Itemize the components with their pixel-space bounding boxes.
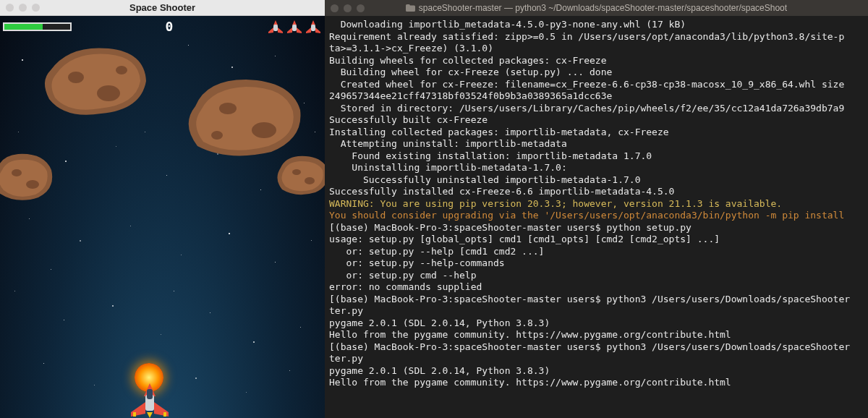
terminal-line: Created wheel for cx-Freeze: filename=cx… <box>329 79 864 91</box>
terminal-line: or: setup.py cmd --help <box>329 270 864 282</box>
meteor <box>36 41 152 121</box>
terminal-output[interactable]: Downloading importlib_metadata-4.5.0-py3… <box>325 16 868 418</box>
zoom-icon[interactable] <box>32 4 40 12</box>
player-ship[interactable] <box>127 382 173 418</box>
traffic-lights <box>6 4 40 12</box>
folder-icon <box>406 4 415 12</box>
terminal-line: Found existing installation: importlib-m… <box>329 150 864 163</box>
terminal-titlebar[interactable]: spaceShooter-master — python3 ~/Download… <box>325 0 868 16</box>
svg-marker-10 <box>306 27 311 33</box>
svg-marker-4 <box>292 20 297 25</box>
game-window-title: Space Shooter <box>0 2 325 13</box>
meteor <box>0 150 58 204</box>
terminal-line: 249657344ee21cff47318bf03524f0b9b3a03893… <box>329 90 864 103</box>
terminal-line: Successfully installed cx-Freeze-6.6 imp… <box>329 186 864 198</box>
terminal-line: ter.py <box>329 353 864 365</box>
terminal-line: [(base) MacBook-Pro-3:spaceShooter-maste… <box>329 341 864 354</box>
terminal-window: spaceShooter-master — python3 ~/Download… <box>325 0 868 418</box>
traffic-lights <box>331 4 365 12</box>
terminal-line: or: setup.py --help-commands <box>329 257 864 270</box>
health-bar-fill <box>4 24 43 30</box>
svg-marker-27 <box>147 412 153 418</box>
terminal-line: [(base) MacBook-Pro-3:spaceShooter-maste… <box>329 294 864 306</box>
svg-point-16 <box>252 122 276 138</box>
close-icon[interactable] <box>331 4 339 12</box>
terminal-line: pygame 2.0.1 (SDL 2.0.14, Python 3.8.3) <box>329 365 864 378</box>
hud: 0 <box>3 19 322 34</box>
meteor <box>273 153 325 197</box>
svg-marker-11 <box>315 27 320 33</box>
terminal-line: Uninstalling importlib-metadata-1.7.0: <box>329 162 864 174</box>
lives-display <box>267 20 322 34</box>
life-icon <box>286 20 303 34</box>
zoom-icon[interactable] <box>357 4 365 12</box>
terminal-line: ta>=3.1.1->cx_Freeze) (3.1.0) <box>329 43 864 55</box>
terminal-line: You should consider upgrading via the '/… <box>329 210 864 222</box>
svg-point-15 <box>219 103 237 114</box>
life-icon <box>267 20 284 34</box>
svg-marker-7 <box>297 27 302 33</box>
terminal-line: error: no commands supplied <box>329 281 864 294</box>
svg-point-20 <box>292 169 301 175</box>
terminal-line: Attempting uninstall: importlib-metadata <box>329 138 864 150</box>
life-icon <box>305 20 322 34</box>
svg-marker-2 <box>268 27 273 33</box>
terminal-line: usage: setup.py [global_opts] cmd1 [cmd1… <box>329 234 864 246</box>
close-icon[interactable] <box>6 4 14 12</box>
terminal-line: Stored in directory: /Users/users/Librar… <box>329 103 864 115</box>
terminal-line: Building wheel for cx-Freeze (setup.py) … <box>329 67 864 79</box>
terminal-line: Successfully built cx-Freeze <box>329 114 864 127</box>
svg-point-17 <box>211 131 223 140</box>
svg-rect-9 <box>311 25 315 31</box>
svg-marker-3 <box>278 27 283 33</box>
svg-point-14 <box>116 66 127 74</box>
svg-point-19 <box>26 180 39 189</box>
minimize-icon[interactable] <box>19 4 27 12</box>
terminal-line: or: setup.py --help [cmd1 cmd2 ...] <box>329 246 864 258</box>
game-window: Space Shooter 0 <box>0 0 325 418</box>
terminal-line: pygame 2.0.1 (SDL 2.0.14, Python 3.8.3) <box>329 317 864 330</box>
terminal-line: Building wheels for collected packages: … <box>329 55 864 67</box>
svg-rect-1 <box>273 25 278 31</box>
svg-marker-6 <box>287 27 292 33</box>
svg-point-21 <box>305 177 315 184</box>
game-titlebar[interactable]: Space Shooter <box>0 0 325 16</box>
terminal-line: [(base) MacBook-Pro-3:spaceShooter-maste… <box>329 222 864 234</box>
terminal-title-text: spaceShooter-master — python3 ~/Download… <box>419 3 787 13</box>
game-canvas[interactable]: 0 <box>0 16 325 418</box>
svg-marker-0 <box>273 20 278 25</box>
svg-point-13 <box>97 85 120 101</box>
terminal-line: Successfully uninstalled importlib-metad… <box>329 174 864 187</box>
svg-rect-5 <box>292 25 297 31</box>
svg-rect-28 <box>133 412 136 417</box>
svg-point-18 <box>12 169 22 176</box>
terminal-line: Downloading importlib_metadata-4.5.0-py3… <box>329 19 864 31</box>
terminal-line: Hello from the pygame community. https:/… <box>329 377 864 389</box>
terminal-line: Hello from the pygame community. https:/… <box>329 329 864 341</box>
svg-point-12 <box>68 72 84 83</box>
terminal-line: Requirement already satisfied: zipp>=0.5… <box>329 31 864 43</box>
score-display: 0 <box>72 19 267 34</box>
terminal-window-title: spaceShooter-master — python3 ~/Download… <box>325 3 868 13</box>
terminal-line: WARNING: You are using pip version 20.3.… <box>329 198 864 210</box>
svg-marker-8 <box>311 20 315 25</box>
meteor <box>177 74 307 161</box>
terminal-line: ter.py <box>329 305 864 317</box>
minimize-icon[interactable] <box>344 4 352 12</box>
svg-rect-24 <box>147 389 153 399</box>
health-bar <box>3 22 72 31</box>
svg-rect-29 <box>163 412 166 417</box>
terminal-line: Installing collected packages: importlib… <box>329 127 864 139</box>
